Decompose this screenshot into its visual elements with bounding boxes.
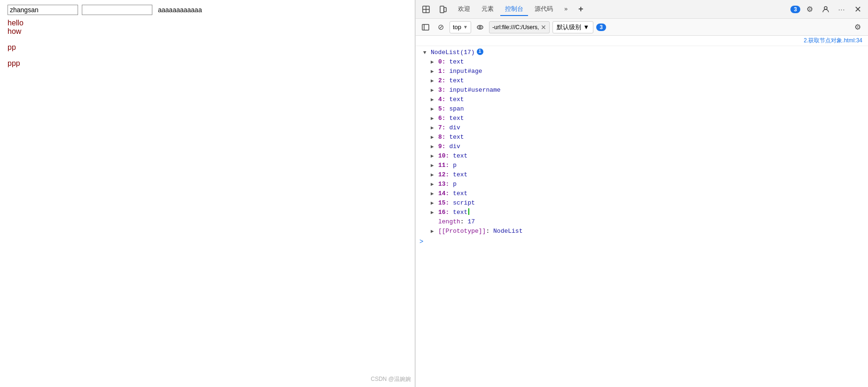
chevron-down-icon: ▼ xyxy=(463,24,468,30)
prototype-row[interactable]: [[Prototype]] : NodeList xyxy=(416,227,868,236)
node-item-5[interactable]: 5: span xyxy=(416,104,868,114)
devtools-topbar-right: 3 ⚙ ··· ✕ xyxy=(790,3,864,16)
settings-btn[interactable]: ⚙ xyxy=(803,3,816,16)
console-output: NodeList(17) i 0: text 1: input#age 2: t… xyxy=(416,46,868,387)
eye-icon-btn[interactable] xyxy=(474,21,486,33)
node-item-15[interactable]: 15: script xyxy=(416,198,868,208)
secondbar-badge-area: 3 xyxy=(596,24,606,31)
node-item-0[interactable]: 0: text xyxy=(416,57,868,67)
length-row: length : 17 xyxy=(416,217,868,227)
log-level-label: 默认级别 xyxy=(557,23,581,32)
prototype-arrow[interactable] xyxy=(431,227,437,236)
node-item-14[interactable]: 14: text xyxy=(416,189,868,198)
console-link-bar: 2.获取节点对象.html:34 xyxy=(416,36,868,46)
svg-point-9 xyxy=(479,26,481,28)
text-hello: hello xyxy=(8,19,407,27)
node-item-10[interactable]: 10: text xyxy=(416,151,868,161)
top-label: top xyxy=(453,24,461,31)
node-item-1[interactable]: 1: input#age xyxy=(416,67,868,76)
devtools-topbar: 欢迎 元素 控制台 源代码 » + 3 ⚙ ··· ✕ xyxy=(416,0,868,19)
console-error-count: 3 xyxy=(596,24,606,31)
node-item-2[interactable]: 2: text xyxy=(416,76,868,86)
node-item-9[interactable]: 9: div xyxy=(416,142,868,151)
node-0-arrow[interactable] xyxy=(431,58,437,66)
device-icon-btn[interactable] xyxy=(436,3,450,16)
text-ppp: ppp xyxy=(8,59,407,68)
text-pp: pp xyxy=(8,43,407,52)
block-btn[interactable]: ⊘ xyxy=(434,21,447,33)
nodelist-header-row[interactable]: NodeList(17) i xyxy=(416,48,868,57)
prompt-arrow-icon: > xyxy=(419,238,423,245)
url-filter-chip[interactable]: -url:file:///C:/Users, ✕ xyxy=(489,21,550,33)
url-filter-text: -url:file:///C:/Users, xyxy=(492,24,539,31)
node-item-16[interactable]: 16: text xyxy=(416,208,868,217)
node-15-arrow[interactable] xyxy=(431,199,437,207)
log-level-dropdown[interactable]: 默认级别 ▼ xyxy=(552,21,593,33)
input-zhangsan[interactable] xyxy=(8,5,78,15)
text-how: how xyxy=(8,27,407,36)
more-options-btn[interactable]: ··· xyxy=(835,3,848,16)
svg-rect-6 xyxy=(422,24,429,30)
node-item-7[interactable]: 7: div xyxy=(416,123,868,133)
node-item-13[interactable]: 13: p xyxy=(416,180,868,189)
page-inputs: aaaaaaaaaaaa xyxy=(8,5,407,15)
inspect-icon-btn[interactable] xyxy=(419,3,433,16)
error-badge: 3 xyxy=(790,6,800,13)
node-11-arrow[interactable] xyxy=(431,161,437,170)
top-context-dropdown[interactable]: top ▼ xyxy=(450,21,471,33)
node-item-12[interactable]: 12: text xyxy=(416,170,868,180)
node-4-arrow[interactable] xyxy=(431,95,437,104)
node-9-arrow[interactable] xyxy=(431,142,437,151)
svg-point-8 xyxy=(477,25,483,29)
node-item-4[interactable]: 4: text xyxy=(416,95,868,104)
node-2-arrow[interactable] xyxy=(431,77,437,85)
node-7-arrow[interactable] xyxy=(431,124,437,132)
node-item-3[interactable]: 3: input#username xyxy=(416,86,868,95)
url-filter-close-icon[interactable]: ✕ xyxy=(541,24,546,31)
node-12-arrow[interactable] xyxy=(431,171,437,179)
node-8-arrow[interactable] xyxy=(431,133,437,142)
source-link[interactable]: 2.获取节点对象.html:34 xyxy=(804,37,862,45)
tab-elements[interactable]: 元素 xyxy=(477,3,498,16)
text-aaa: aaaaaaaaaaaa xyxy=(158,6,202,14)
node-16-arrow[interactable] xyxy=(431,208,437,217)
node-item-11[interactable]: 11: p xyxy=(416,161,868,170)
text-cursor xyxy=(468,208,469,215)
node-item-8[interactable]: 8: text xyxy=(416,133,868,142)
profile-btn[interactable] xyxy=(819,3,832,16)
nodelist-expand-arrow[interactable] xyxy=(423,48,430,57)
sidebar-toggle-btn[interactable] xyxy=(419,21,432,33)
page-content: aaaaaaaaaaaa hello how pp ppp CSDN @温婉婉 xyxy=(0,0,415,387)
node-item-6[interactable]: 6: text xyxy=(416,114,868,123)
tab-console[interactable]: 控制台 xyxy=(500,3,528,16)
node-1-arrow[interactable] xyxy=(431,67,437,76)
node-5-arrow[interactable] xyxy=(431,105,437,113)
console-prompt-row[interactable]: > xyxy=(416,236,868,247)
input-empty[interactable] xyxy=(82,5,152,15)
chevron-down-icon-2: ▼ xyxy=(583,24,589,31)
tab-source[interactable]: 源代码 xyxy=(530,3,558,16)
add-panel-btn[interactable]: + xyxy=(574,3,587,16)
nodelist-header-text: NodeList(17) xyxy=(431,48,475,57)
node-14-arrow[interactable] xyxy=(431,190,437,198)
tab-welcome[interactable]: 欢迎 xyxy=(453,3,475,16)
devtools-panel: 欢迎 元素 控制台 源代码 » + 3 ⚙ ··· ✕ xyxy=(415,0,868,387)
tab-more[interactable]: » xyxy=(560,3,572,15)
devtools-secondbar: ⊘ top ▼ -url:file:///C:/Users, ✕ 默认级别 ▼ … xyxy=(416,19,868,36)
nodelist-info-icon[interactable]: i xyxy=(477,48,483,55)
secondbar-right: ⚙ xyxy=(851,21,864,34)
node-6-arrow[interactable] xyxy=(431,114,437,123)
watermark: CSDN @温婉婉 xyxy=(371,375,411,383)
svg-point-5 xyxy=(824,7,827,9)
node-10-arrow[interactable] xyxy=(431,152,437,160)
node-3-arrow[interactable] xyxy=(431,86,437,95)
console-settings-btn[interactable]: ⚙ xyxy=(851,21,864,34)
svg-rect-3 xyxy=(440,6,444,13)
svg-rect-4 xyxy=(444,8,446,12)
devtools-tabs: 欢迎 元素 控制台 源代码 » + xyxy=(453,3,787,16)
close-devtools-btn[interactable]: ✕ xyxy=(851,3,864,16)
node-13-arrow[interactable] xyxy=(431,180,437,189)
